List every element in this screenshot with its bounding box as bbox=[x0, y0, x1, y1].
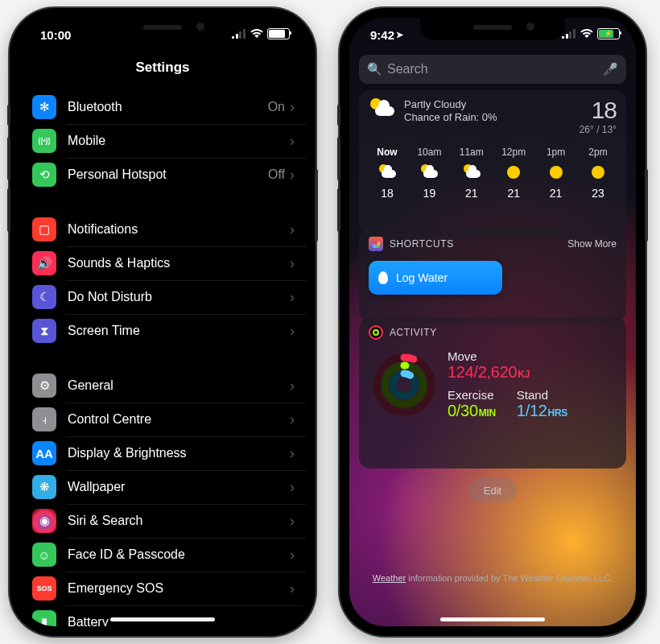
row-label: Mobile bbox=[68, 134, 290, 148]
shortcuts-widget[interactable]: SHORTCUTS Show More Log Water bbox=[359, 229, 626, 322]
shortcut-log-water[interactable]: Log Water bbox=[369, 261, 502, 295]
home-indicator[interactable] bbox=[440, 617, 545, 621]
wifi-icon bbox=[580, 29, 593, 39]
wifi-icon bbox=[250, 29, 263, 39]
siri-icon: ◉ bbox=[32, 509, 56, 533]
row-label: Screen Time bbox=[68, 324, 290, 338]
row-value: Off bbox=[268, 167, 285, 182]
moon-icon: ☾ bbox=[32, 285, 56, 309]
settings-row-face-id-passcode[interactable]: ☺Face ID & Passcode› bbox=[19, 538, 306, 572]
activity-rings bbox=[372, 353, 436, 417]
settings-row-screen-time[interactable]: ⧗Screen Time› bbox=[19, 314, 306, 348]
search-icon: 🔍 bbox=[367, 62, 382, 76]
location-icon: ➤ bbox=[396, 30, 403, 39]
sun-icon bbox=[547, 164, 566, 180]
battery-icon: ▮ bbox=[32, 610, 56, 626]
chevron-right-icon: › bbox=[290, 580, 295, 597]
hourglass-icon: ⧗ bbox=[32, 319, 56, 343]
chevron-right-icon: › bbox=[290, 547, 295, 564]
settings-row-sounds-haptics[interactable]: 🔊Sounds & Haptics› bbox=[19, 246, 306, 280]
chevron-right-icon: › bbox=[290, 133, 295, 150]
water-drop-icon bbox=[378, 271, 388, 284]
settings-row-do-not-disturb[interactable]: ☾Do Not Disturb› bbox=[19, 280, 306, 314]
activity-rings-icon bbox=[369, 325, 383, 340]
settings-list[interactable]: ✻BluetoothOn›((•))Mobile›⟲Personal Hotsp… bbox=[19, 90, 306, 626]
sun-icon bbox=[588, 164, 608, 180]
partly-cloudy-icon bbox=[369, 98, 396, 121]
chevron-right-icon: › bbox=[290, 99, 295, 116]
row-label: Personal Hotspot bbox=[68, 167, 268, 182]
search-field[interactable]: 🔍 Search 🎤 bbox=[359, 55, 626, 84]
status-time: 9:42➤ bbox=[370, 28, 403, 42]
phone-right: 9:42➤ ⚡ 🔍 Search 🎤 Partly Cloudy bbox=[340, 8, 646, 636]
screen-today: 9:42➤ ⚡ 🔍 Search 🎤 Partly Cloudy bbox=[349, 18, 636, 626]
gear-icon: ⚙ bbox=[32, 374, 56, 398]
settings-row-siri-search[interactable]: ◉Siri & Search› bbox=[19, 504, 306, 538]
partly-cloudy-icon bbox=[462, 164, 481, 180]
edit-button[interactable]: Edit bbox=[468, 478, 517, 502]
settings-row-control-centre[interactable]: ⫞Control Centre› bbox=[19, 402, 306, 436]
settings-row-wallpaper[interactable]: ❋Wallpaper› bbox=[19, 470, 306, 504]
shortcuts-header: SHORTCUTS bbox=[390, 238, 454, 250]
settings-row-notifications[interactable]: ▢Notifications› bbox=[19, 213, 306, 246]
phone-left: 10:00 Settings ✻BluetoothOn›((•))Mobile›… bbox=[10, 8, 316, 636]
switches-icon: ⫞ bbox=[32, 407, 56, 431]
hour-cell: 11am21 bbox=[453, 147, 490, 200]
sos-icon: SOS bbox=[32, 576, 56, 601]
partly-cloudy-icon bbox=[419, 164, 439, 180]
battery-charging-icon: ⚡ bbox=[597, 28, 620, 39]
chevron-right-icon: › bbox=[290, 479, 295, 496]
status-time: 10:00 bbox=[40, 28, 71, 42]
hour-cell: 1pm21 bbox=[538, 147, 575, 200]
settings-row-personal-hotspot[interactable]: ⟲Personal HotspotOff› bbox=[19, 158, 306, 192]
activity-widget[interactable]: ACTIVITY Move 124/2,620KJ bbox=[359, 317, 626, 469]
chevron-right-icon: › bbox=[290, 289, 295, 306]
row-label: Sounds & Haptics bbox=[68, 256, 290, 270]
notifications-icon: ▢ bbox=[32, 217, 56, 242]
battery-icon bbox=[267, 28, 290, 39]
chevron-right-icon: › bbox=[290, 255, 295, 272]
text-size-icon: AA bbox=[32, 441, 56, 465]
settings-row-mobile[interactable]: ((•))Mobile› bbox=[19, 124, 306, 158]
row-label: Bluetooth bbox=[68, 100, 268, 114]
settings-row-bluetooth[interactable]: ✻BluetoothOn› bbox=[19, 90, 306, 124]
weather-widget[interactable]: Partly Cloudy Chance of Rain: 0% 18 26° … bbox=[359, 90, 626, 235]
row-label: Siri & Search bbox=[68, 514, 290, 528]
chevron-right-icon: › bbox=[290, 445, 295, 462]
chevron-right-icon: › bbox=[290, 221, 295, 238]
hour-cell: Now18 bbox=[369, 147, 406, 200]
exercise-label: Exercise bbox=[448, 388, 496, 402]
row-label: Do Not Disturb bbox=[68, 290, 290, 304]
settings-row-battery[interactable]: ▮Battery› bbox=[19, 605, 306, 626]
partly-cloudy-icon bbox=[377, 164, 397, 180]
chevron-right-icon: › bbox=[290, 378, 295, 394]
temp-high-low: 26° / 13° bbox=[580, 124, 617, 135]
weather-summary: Partly Cloudy Chance of Rain: 0% bbox=[404, 98, 497, 125]
sun-icon bbox=[504, 164, 523, 180]
chevron-right-icon: › bbox=[290, 323, 295, 340]
microphone-icon[interactable]: 🎤 bbox=[603, 62, 618, 76]
home-indicator[interactable] bbox=[110, 617, 215, 621]
settings-row-general[interactable]: ⚙General› bbox=[19, 369, 306, 402]
bluetooth-icon: ✻ bbox=[32, 95, 56, 119]
activity-header: ACTIVITY bbox=[390, 327, 437, 338]
hour-cell: 10am19 bbox=[410, 147, 448, 200]
stand-value: 1/12HRS bbox=[517, 402, 567, 420]
row-label: Display & Brightness bbox=[68, 446, 290, 460]
link-icon: ⟲ bbox=[32, 163, 56, 187]
row-label: Control Centre bbox=[68, 412, 290, 427]
row-value: On bbox=[268, 100, 285, 114]
settings-row-emergency-sos[interactable]: SOSEmergency SOS› bbox=[19, 572, 306, 605]
show-more-button[interactable]: Show More bbox=[567, 238, 617, 250]
row-label: Wallpaper bbox=[68, 480, 290, 494]
settings-row-display-brightness[interactable]: AADisplay & Brightness› bbox=[19, 436, 306, 470]
hour-cell: 12pm21 bbox=[495, 147, 532, 200]
antenna-icon: ((•)) bbox=[32, 129, 56, 153]
hourly-forecast[interactable]: Now1810am1911am2112pm211pm212pm23 bbox=[369, 147, 617, 200]
row-label: Emergency SOS bbox=[68, 581, 290, 596]
speaker-icon: 🔊 bbox=[32, 251, 56, 275]
row-label: General bbox=[68, 378, 290, 393]
flower-icon: ❋ bbox=[32, 475, 56, 499]
screen-settings: 10:00 Settings ✻BluetoothOn›((•))Mobile›… bbox=[19, 18, 306, 626]
move-label: Move bbox=[448, 349, 567, 363]
